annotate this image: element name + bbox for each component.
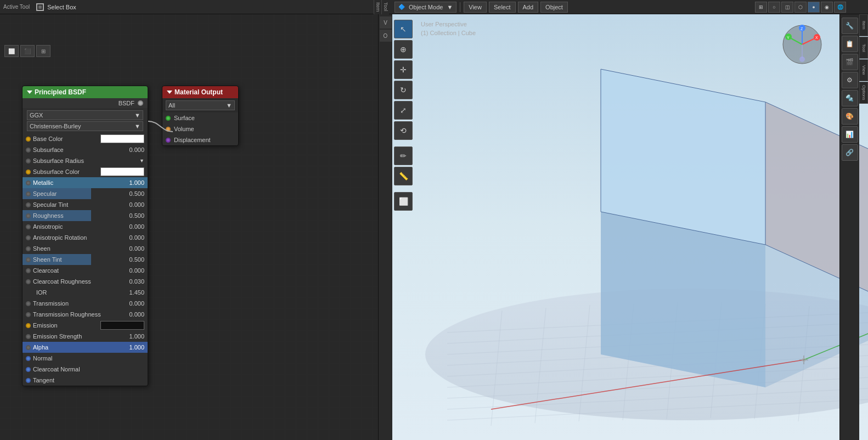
tool-tab[interactable]: Tool (381, 0, 389, 14)
specular-row: Specular 0.500 (22, 188, 148, 199)
emission-socket[interactable] (26, 323, 31, 328)
clearcoat-normal-socket[interactable] (26, 367, 31, 372)
object-btn[interactable]: Object (540, 2, 568, 13)
object-properties-btn[interactable]: ⚙ (842, 72, 858, 88)
properties-btn[interactable]: 🔧 (842, 18, 858, 34)
collapse-triangle[interactable] (27, 91, 32, 94)
alpha-socket[interactable] (26, 345, 31, 350)
tangent-label: Tangent (33, 377, 144, 383)
ggx-chevron: ▼ (134, 112, 140, 119)
emission-strength-socket[interactable] (26, 334, 31, 339)
bsdf-output-socket[interactable] (138, 100, 143, 106)
data-btn[interactable]: 📊 (842, 126, 858, 143)
select-btn[interactable]: Select (489, 2, 516, 13)
options-panel-tab[interactable]: Options (859, 82, 868, 104)
emission-color-swatch[interactable] (100, 321, 144, 330)
scale-tool-btn[interactable]: ⤢ (394, 101, 413, 120)
object-mode-label: Object Mode (409, 4, 443, 10)
object-mode-dropdown[interactable]: 🔷 Object Mode ▼ (394, 2, 456, 13)
sheen-tint-label: Sheen Tint (33, 256, 122, 263)
viewport-3d[interactable]: ↖ ⊕ ✛ ↻ ⤢ ⟲ ✏ 📏 ⬜ User Perspective (1) C… (392, 14, 868, 440)
modifier-btn[interactable]: 🔩 (842, 90, 858, 106)
solid-btn[interactable]: ● (808, 2, 820, 13)
transmission-socket[interactable] (26, 301, 31, 306)
subsurface-color-swatch[interactable] (100, 167, 144, 176)
alpha-label: Alpha (33, 344, 122, 351)
outliner-btn[interactable]: 📋 (842, 36, 858, 52)
christensen-dropdown[interactable]: Christensen-Burley ▼ (27, 121, 143, 131)
overlay-btn[interactable]: ○ (768, 2, 780, 13)
surface-socket[interactable] (166, 116, 171, 121)
ggx-dropdown[interactable]: GGX ▼ (27, 110, 143, 120)
volume-socket[interactable] (166, 127, 171, 132)
move-tool-btn[interactable]: ✛ (394, 60, 413, 79)
node-tool-btn-3[interactable]: ⊞ (36, 45, 50, 57)
constraints-btn[interactable]: 🔗 (842, 144, 858, 161)
anisotropic-rotation-row: Anisotropic Rotation 0.000 (22, 232, 148, 243)
add-cube-btn[interactable]: ⬜ (394, 192, 413, 211)
specular-tint-socket[interactable] (26, 202, 31, 207)
anisotropic-rotation-socket[interactable] (26, 235, 31, 240)
roughness-value: 0.500 (122, 212, 144, 219)
node-tool-btn-2[interactable]: ⬛ (20, 45, 35, 57)
mat-collapse-triangle[interactable] (167, 91, 172, 94)
axis-gizmo[interactable]: Z X Y (780, 22, 824, 66)
viewport-info: User Perspective (1) Collection | Cube (421, 20, 476, 37)
select-tool-btn[interactable]: ↖ (394, 20, 413, 38)
surface-label: Surface (174, 115, 195, 121)
rotate-tool-btn[interactable]: ↻ (394, 81, 413, 99)
cursor-tool-btn[interactable]: ⊕ (394, 40, 413, 59)
christensen-chevron: ▼ (134, 123, 140, 129)
subsurface-label: Subsurface (33, 146, 122, 153)
base-color-label: Base Color (33, 136, 100, 142)
base-color-swatch[interactable] (100, 134, 144, 143)
tangent-socket[interactable] (26, 378, 31, 383)
measure-tool-btn[interactable]: 📏 (394, 167, 413, 185)
view-panel-tab[interactable]: View (859, 59, 868, 81)
n-panel-tabs: Item Tool View Options (859, 14, 868, 104)
active-tool-label: Active Tool (3, 4, 30, 10)
transform-tool-btn[interactable]: ⟲ (394, 121, 413, 140)
clearcoat-value: 0.000 (122, 267, 144, 274)
side-tool-options[interactable]: O (380, 30, 392, 42)
sheen-socket[interactable] (26, 246, 31, 251)
clearcoat-socket[interactable] (26, 268, 31, 273)
displacement-socket[interactable] (166, 138, 171, 143)
scene-btn[interactable]: 🎬 (842, 54, 858, 70)
sheen-tint-socket[interactable] (26, 257, 31, 262)
item-tab[interactable]: Item (374, 0, 381, 14)
wireframe-btn[interactable]: ⬡ (794, 2, 807, 13)
emission-strength-value: 1.000 (122, 333, 144, 340)
base-color-socket[interactable] (26, 137, 31, 142)
node-tool-btn-1[interactable]: ⬜ (4, 45, 19, 57)
item-panel-tab[interactable]: Item (859, 14, 868, 36)
viewport-toolbar: 🔷 Object Mode ▼ View Select Add Object ⊞… (392, 0, 868, 14)
alpha-row: Alpha 1.000 (22, 342, 148, 353)
mat-output-dropdown[interactable]: All ▼ (166, 100, 235, 110)
specular-socket[interactable] (26, 191, 31, 196)
clearcoat-roughness-socket[interactable] (26, 279, 31, 284)
side-tool-view[interactable]: V (380, 16, 392, 29)
material-preview-btn[interactable]: ◉ (821, 2, 833, 13)
node-tool-strip: ⬜ ⬛ ⊞ (4, 45, 50, 57)
anisotropic-value: 0.000 (122, 223, 144, 230)
rendered-btn[interactable]: 🌐 (834, 2, 846, 13)
subsurface-radius-socket[interactable] (26, 159, 31, 163)
subsurface-socket[interactable] (26, 148, 31, 153)
normal-socket[interactable] (26, 356, 31, 361)
roughness-socket[interactable] (26, 213, 31, 218)
transmission-roughness-socket[interactable] (26, 312, 31, 317)
add-btn[interactable]: Add (518, 2, 539, 13)
gizmo-btn[interactable]: ⊞ (755, 2, 767, 13)
surface-input-row: Surface (162, 112, 238, 123)
annotate-tool-btn[interactable]: ✏ (394, 146, 413, 165)
metallic-socket[interactable] (26, 180, 31, 185)
anisotropic-socket[interactable] (26, 224, 31, 229)
view-btn[interactable]: View (464, 2, 487, 13)
subsurface-color-socket[interactable] (26, 170, 31, 174)
xray-btn[interactable]: ◫ (781, 2, 793, 13)
sheen-tint-row: Sheen Tint 0.500 (22, 254, 148, 265)
tool-panel-tab[interactable]: Tool (859, 37, 868, 59)
material-btn[interactable]: 🎨 (842, 108, 858, 125)
subsurface-color-label: Subsurface Color (33, 168, 100, 175)
